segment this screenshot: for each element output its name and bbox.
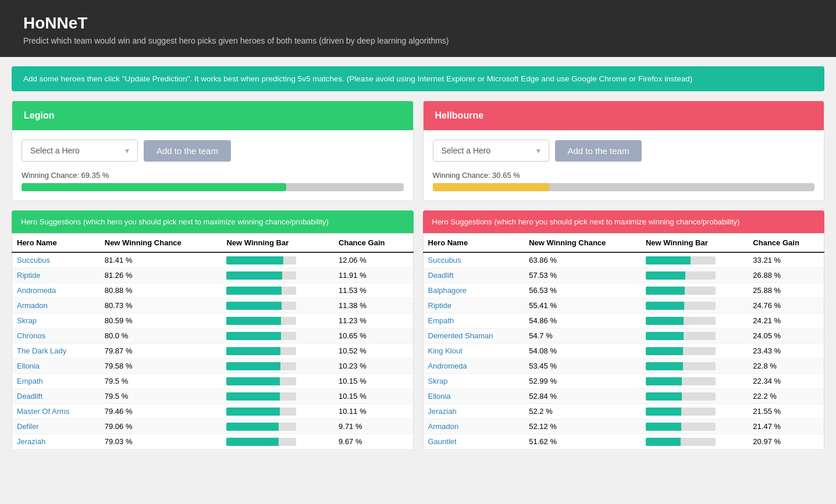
table-row: Empath79.5 %10.15 % <box>12 374 414 389</box>
legion-hero-select[interactable]: Select a Hero ▾ <box>22 140 138 162</box>
table-row: Ellonia52.84 %22.2 % <box>423 389 824 404</box>
hellbourne-col-hero: Hero Name <box>423 234 524 253</box>
hellbourne-col-gain: Chance Gain <box>748 234 824 253</box>
hero-link[interactable]: Balphagore <box>428 286 467 295</box>
hellbourne-select-placeholder: Select a Hero <box>442 146 491 155</box>
hero-link[interactable]: King Klout <box>428 346 463 355</box>
chance-gain: 10.52 % <box>334 344 413 359</box>
mini-bar-fill <box>226 362 280 370</box>
hero-link[interactable]: Ellonia <box>17 362 40 370</box>
chance-gain: 12.06 % <box>334 252 413 268</box>
hero-link[interactable]: Jeraziah <box>428 407 457 416</box>
hero-link[interactable]: Armadon <box>17 301 48 310</box>
legion-progress-fill <box>22 183 286 191</box>
table-row: Defiler79.06 %9.71 % <box>12 419 414 434</box>
hellbourne-add-button[interactable]: Add to the team <box>555 140 642 162</box>
hero-link[interactable]: Andromeda <box>17 286 56 295</box>
hero-link[interactable]: Riptide <box>428 301 451 310</box>
winning-chance: 56.53 % <box>524 283 641 298</box>
legion-suggestions-header: Hero Suggestions (which hero you should … <box>12 210 414 233</box>
mini-bar-bg <box>646 408 716 416</box>
legion-add-button[interactable]: Add to the team <box>144 140 231 162</box>
winning-chance: 52.84 % <box>524 389 641 404</box>
hero-link[interactable]: Skrap <box>428 377 448 385</box>
mini-bar-bg <box>226 302 296 310</box>
hero-link[interactable]: The Dark Lady <box>17 346 66 355</box>
hellbourne-controls: Select a Hero ▾ Add to the team <box>424 130 824 171</box>
hellbourne-hero-select[interactable]: Select a Hero ▾ <box>433 140 549 162</box>
mini-bar-bg <box>226 408 296 416</box>
hero-link[interactable]: Master Of Arms <box>17 407 69 416</box>
chance-gain: 21.55 % <box>748 404 824 419</box>
table-row: Jeraziah52.2 %21.55 % <box>423 404 824 419</box>
chance-gain: 25.88 % <box>748 283 824 298</box>
mini-bar-bg <box>226 438 296 446</box>
app-title: HoNNeT <box>23 14 813 33</box>
winning-bar-cell <box>641 328 748 344</box>
hellbourne-col-chance: New Winning Chance <box>524 234 641 253</box>
hero-link[interactable]: Succubus <box>428 256 461 264</box>
hero-link[interactable]: Deadlift <box>428 271 454 280</box>
legion-col-bar: New Winning Bar <box>222 234 334 253</box>
hero-link[interactable]: Empath <box>428 316 454 325</box>
winning-bar-cell <box>641 283 748 298</box>
hero-link[interactable]: Gauntlet <box>428 437 457 446</box>
winning-chance: 54.08 % <box>524 344 641 359</box>
hero-link[interactable]: Ellonia <box>428 392 451 401</box>
legion-panel: Legion Select a Hero ▾ Add to the team W… <box>12 101 414 201</box>
chance-gain: 10.15 % <box>334 389 413 404</box>
info-banner: Add some heroes then click "Update Predi… <box>12 66 824 91</box>
winning-bar-cell <box>222 268 334 283</box>
hellbourne-name: Hellbourne <box>435 110 484 120</box>
mini-bar-bg <box>226 347 296 355</box>
hellbourne-suggestions: Hero Suggestions (which hero you should … <box>423 210 825 449</box>
hellbourne-panel: Hellbourne Select a Hero ▾ Add to the te… <box>423 101 825 201</box>
main-content: Legion Select a Hero ▾ Add to the team W… <box>0 101 836 449</box>
mini-bar-bg <box>226 423 296 431</box>
hero-link[interactable]: Andromeda <box>428 362 467 370</box>
hellbourne-suggestions-table: Hero Name New Winning Chance New Winning… <box>423 233 825 449</box>
winning-chance: 79.5 % <box>100 374 222 389</box>
mini-bar-bg <box>226 377 296 385</box>
legion-winning-label: Winning Chance: 69.35 % <box>22 171 404 180</box>
winning-bar-cell <box>222 404 334 419</box>
winning-chance: 57.53 % <box>524 268 641 283</box>
mini-bar-bg <box>646 362 716 370</box>
chance-gain: 22.2 % <box>748 389 824 404</box>
hero-link[interactable]: Riptide <box>17 271 40 280</box>
hero-link[interactable]: Chronos <box>17 331 45 340</box>
hero-link[interactable]: Succubus <box>17 256 50 264</box>
hero-link[interactable]: Defiler <box>17 422 39 431</box>
winning-chance: 80.0 % <box>100 328 222 344</box>
mini-bar-fill <box>646 332 684 340</box>
chance-gain: 10.65 % <box>334 328 413 344</box>
mini-bar-fill <box>646 256 691 264</box>
mini-bar-bg <box>646 423 716 431</box>
hero-link[interactable]: Deadlift <box>17 392 42 401</box>
hero-link[interactable]: Jeraziah <box>17 437 45 446</box>
winning-bar-cell <box>641 359 748 374</box>
mini-bar-fill <box>226 377 279 385</box>
table-row: Riptide81.26 %11.91 % <box>12 268 414 283</box>
chance-gain: 24.76 % <box>748 298 824 313</box>
hero-link[interactable]: Skrap <box>17 316 37 325</box>
table-row: Deadlift57.53 %26.88 % <box>423 268 824 283</box>
hero-link[interactable]: Armadon <box>428 422 459 431</box>
mini-bar-fill <box>226 271 282 280</box>
winning-bar-cell <box>222 328 334 344</box>
winning-chance: 63.86 % <box>524 252 641 268</box>
mini-bar-bg <box>226 332 296 340</box>
winning-chance: 79.46 % <box>100 404 222 419</box>
legion-suggestions-table: Hero Name New Winning Chance New Winning… <box>12 233 414 449</box>
hero-link[interactable]: Empath <box>17 377 43 385</box>
app-subtitle: Predict which team would win and suggest… <box>23 36 813 45</box>
chance-gain: 24.21 % <box>748 313 824 328</box>
legion-sug-text: Hero Suggestions (which hero you should … <box>21 217 329 226</box>
table-row: Gauntlet51.62 %20.97 % <box>423 434 824 449</box>
chevron-down-icon: ▾ <box>536 146 540 155</box>
hellbourne-suggestions-header: Hero Suggestions (which hero you should … <box>423 210 825 233</box>
hero-link[interactable]: Demented Shaman <box>428 331 493 340</box>
mini-bar-fill <box>646 347 683 355</box>
winning-chance: 52.12 % <box>524 419 641 434</box>
winning-bar-cell <box>641 374 748 389</box>
